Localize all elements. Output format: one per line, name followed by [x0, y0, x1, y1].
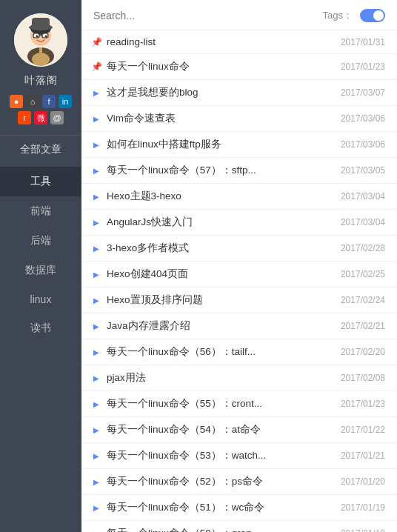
article-title: reading-list — [107, 36, 330, 47]
facebook-icon[interactable]: f — [42, 95, 56, 108]
arrow-icon: ▶ — [90, 426, 102, 434]
sidebar-item-backend[interactable]: 后端 — [0, 226, 81, 256]
github-icon[interactable]: ⌂ — [26, 95, 39, 108]
article-date: 2017/02/20 — [341, 347, 385, 357]
list-item[interactable]: ▶Hexo置顶及排序问题2017/02/24 — [81, 287, 397, 313]
article-title: Hexo置顶及排序问题 — [107, 293, 330, 307]
list-item[interactable]: 📌每天一个linux命令2017/01/23 — [81, 54, 397, 80]
list-item[interactable]: ▶Hexo主题3-hexo2017/03/04 — [81, 184, 397, 210]
list-item[interactable]: ▶每天一个linux命令（57）：sftp...2017/03/05 — [81, 158, 397, 184]
rss-icon[interactable]: ● — [10, 95, 23, 108]
arrow-icon: ▶ — [90, 219, 102, 227]
article-date: 2017/03/07 — [341, 87, 385, 98]
list-item[interactable]: ▶每天一个linux命令（52）：ps命令2017/01/20 — [81, 469, 397, 495]
arrow-icon: ▶ — [90, 400, 102, 408]
sidebar-item-tools[interactable]: 工具 — [0, 167, 81, 196]
article-title: 每天一个linux命令 — [107, 60, 330, 73]
sidebar-item-reading[interactable]: 读书 — [0, 313, 81, 343]
arrow-icon: ▶ — [90, 322, 102, 330]
tags-toggle[interactable] — [360, 9, 385, 22]
article-title: Vim命令速查表 — [107, 112, 330, 125]
arrow-icon: ▶ — [90, 504, 102, 512]
pin-icon: 📌 — [90, 61, 102, 72]
list-item[interactable]: ▶这才是我想要的blog2017/03/07 — [81, 80, 397, 106]
arrow-icon: ▶ — [90, 193, 102, 201]
list-item[interactable]: ▶Java内存泄露介绍2017/02/21 — [81, 313, 397, 339]
list-item[interactable]: ▶每天一个linux命令（51）：wc命令2017/01/19 — [81, 495, 397, 521]
search-input[interactable] — [93, 10, 316, 21]
tags-label: Tags： — [323, 9, 353, 22]
pin-icon: 📌 — [90, 37, 102, 47]
sidebar-item-linux[interactable]: linux — [0, 285, 81, 313]
sidebar-item-frontend[interactable]: 前端 — [0, 196, 81, 226]
arrow-icon: ▶ — [90, 452, 102, 460]
article-title: 每天一个linux命令（56）：tailf... — [107, 345, 330, 359]
list-item[interactable]: 📌reading-list2017/01/31 — [81, 30, 397, 54]
svg-rect-3 — [39, 47, 42, 62]
article-date: 2017/01/20 — [341, 476, 385, 487]
arrow-icon: ▶ — [90, 374, 102, 382]
article-date: 2017/02/24 — [341, 295, 385, 305]
article-date: 2017/01/18 — [341, 528, 385, 532]
site-name: 叶落阁 — [24, 74, 58, 87]
list-item[interactable]: ▶每天一个linux命令（55）：cront...2017/01/23 — [81, 391, 397, 417]
list-item[interactable]: ▶如何在linux中搭建ftp服务2017/03/06 — [81, 132, 397, 158]
weibo-icon[interactable]: 微 — [34, 111, 47, 124]
nav-all[interactable]: 全部文章 — [0, 135, 81, 164]
article-date: 2017/03/06 — [341, 139, 385, 150]
article-title: 每天一个linux命令（51）：wc命令 — [107, 501, 330, 514]
article-title: 如何在linux中搭建ftp服务 — [107, 138, 330, 151]
arrow-icon: ▶ — [90, 296, 102, 305]
sidebar: 叶落阁 ● ⌂ f in r 微 @ 全部文章 工具 前端 后端 数据库 lin… — [0, 0, 81, 532]
article-title: AngularJs快速入门 — [107, 216, 330, 229]
article-date: 2017/01/21 — [341, 450, 385, 461]
arrow-icon: ▶ — [90, 89, 102, 97]
search-bar: Tags： — [81, 0, 397, 30]
article-title: 每天一个linux命令（50）：grep... — [107, 527, 330, 532]
email-icon[interactable]: @ — [50, 111, 64, 124]
svg-rect-7 — [32, 18, 50, 28]
article-date: 2017/02/25 — [341, 269, 385, 279]
article-title: 每天一个linux命令（54）：at命令 — [107, 423, 330, 436]
article-date: 2017/01/23 — [341, 399, 385, 409]
list-item[interactable]: ▶3-hexo多作者模式2017/02/28 — [81, 236, 397, 262]
article-date: 2017/02/08 — [341, 373, 385, 383]
arrow-icon: ▶ — [90, 478, 102, 486]
list-item[interactable]: ▶每天一个linux命令（53）：watch...2017/01/21 — [81, 443, 397, 469]
list-item[interactable]: ▶Hexo创建404页面2017/02/25 — [81, 262, 397, 287]
arrow-icon: ▶ — [90, 530, 102, 533]
sidebar-item-database[interactable]: 数据库 — [0, 256, 81, 285]
article-date: 2017/03/05 — [341, 165, 385, 176]
main-panel: Tags： 📌reading-list2017/01/31📌每天一个linux命… — [81, 0, 397, 532]
reddit-icon[interactable]: r — [18, 111, 31, 124]
list-item[interactable]: ▶AngularJs快速入门2017/03/04 — [81, 210, 397, 236]
article-title: Java内存泄露介绍 — [107, 319, 330, 333]
list-item[interactable]: ▶pjax用法2017/02/08 — [81, 365, 397, 391]
article-date: 2017/03/04 — [341, 217, 385, 227]
article-title: pjax用法 — [107, 371, 330, 385]
svg-point-11 — [45, 36, 47, 38]
arrow-icon: ▶ — [90, 141, 102, 149]
arrow-icon: ▶ — [90, 115, 102, 123]
linkedin-icon[interactable]: in — [59, 95, 72, 108]
article-title: Hexo主题3-hexo — [107, 190, 330, 203]
article-title: 每天一个linux命令（53）：watch... — [107, 449, 330, 462]
article-date: 2017/03/06 — [341, 113, 385, 124]
list-item[interactable]: ▶每天一个linux命令（56）：tailf...2017/02/20 — [81, 339, 397, 365]
list-item[interactable]: ▶每天一个linux命令（54）：at命令2017/01/22 — [81, 417, 397, 443]
arrow-icon: ▶ — [90, 270, 102, 279]
article-date: 2017/02/28 — [341, 243, 385, 253]
article-list: 📌reading-list2017/01/31📌每天一个linux命令2017/… — [81, 30, 397, 532]
arrow-icon: ▶ — [90, 167, 102, 175]
article-date: 2017/01/22 — [341, 425, 385, 435]
article-date: 2017/02/21 — [341, 321, 385, 331]
article-title: 每天一个linux命令（55）：cront... — [107, 397, 330, 410]
avatar — [14, 13, 67, 67]
article-title: 每天一个linux命令（57）：sftp... — [107, 164, 330, 177]
article-date: 2017/01/19 — [341, 502, 385, 513]
list-item[interactable]: ▶每天一个linux命令（50）：grep...2017/01/18 — [81, 521, 397, 532]
arrow-icon: ▶ — [90, 348, 102, 356]
article-date: 2017/01/23 — [341, 61, 385, 72]
article-title: 这才是我想要的blog — [107, 86, 330, 99]
list-item[interactable]: ▶Vim命令速查表2017/03/06 — [81, 106, 397, 132]
